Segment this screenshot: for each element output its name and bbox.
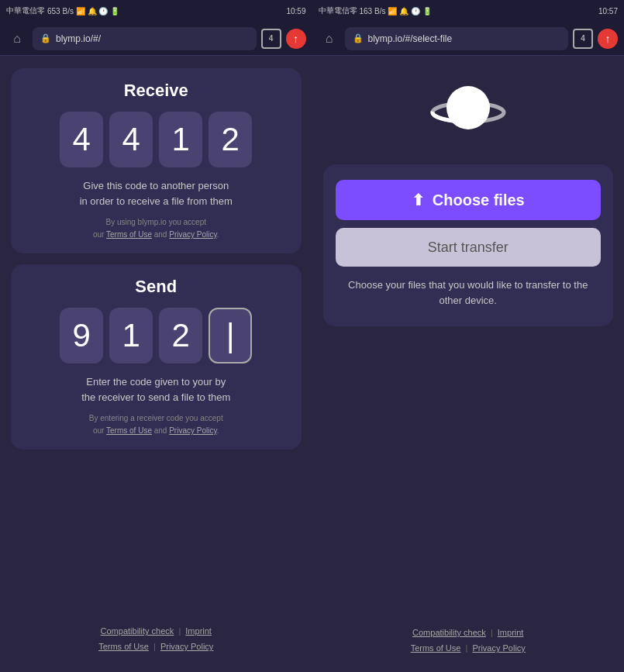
send-terms-link[interactable]: Terms of Use	[106, 426, 152, 435]
left-status-bar: 中華電信零 653 B/s 📶 🔔 🕐 🔋 10:59	[0, 0, 312, 22]
receive-digit-2: 4	[109, 112, 153, 167]
send-title: Send	[135, 277, 177, 297]
receive-terms: By using blymp.io you accept our Terms o…	[93, 216, 219, 241]
right-status-bar: 中華電信零 163 B/s 📶 🔔 🕐 🔋 10:57	[312, 0, 625, 22]
choose-files-label: Choose files	[433, 191, 525, 209]
right-url-bar[interactable]: 🔒 blymp.io/#/select-file	[345, 27, 569, 50]
send-privacy-link[interactable]: Privacy Policy	[169, 426, 217, 435]
right-carrier: 中華電信零	[319, 5, 357, 16]
left-status-left: 中華電信零 653 B/s 📶 🔔 🕐 🔋	[6, 5, 119, 16]
left-url-text: blymp.io/#/	[56, 33, 101, 44]
left-lock-icon: 🔒	[40, 33, 51, 43]
send-digit-4[interactable]: |	[209, 308, 252, 364]
transfer-description: Choose your files that you would like to…	[336, 274, 602, 311]
left-url-bar[interactable]: 🔒 blymp.io/#/	[33, 27, 257, 50]
right-tabs-button[interactable]: 4	[573, 29, 593, 49]
right-status-left: 中華電信零 163 B/s 📶 🔔 🕐 🔋	[319, 5, 432, 16]
right-compatibility-link[interactable]: Compatibility check	[412, 628, 486, 637]
left-home-icon[interactable]: ⌂	[6, 28, 28, 50]
right-url-text: blymp.io/#/select-file	[368, 33, 453, 44]
left-footer: Compatibility check | Imprint Terms of U…	[98, 615, 213, 660]
left-compatibility-link[interactable]: Compatibility check	[101, 626, 174, 636]
right-address-bar: ⌂ 🔒 blymp.io/#/select-file 4 ↑	[312, 22, 625, 56]
right-imprint-link[interactable]: Imprint	[498, 628, 524, 637]
right-icons: 📶 🔔 🕐 🔋	[388, 7, 431, 16]
receive-terms-link[interactable]: Terms of Use	[106, 230, 152, 239]
receive-title: Receive	[124, 81, 188, 101]
receive-privacy-link[interactable]: Privacy Policy	[169, 230, 217, 239]
send-section: Send 9 1 2 | Enter the code given to you…	[11, 264, 302, 450]
right-speed: 163 B/s	[360, 7, 386, 16]
left-privacy-link[interactable]: Privacy Policy	[160, 642, 213, 651]
receive-code-digits: 4 4 1 2	[60, 112, 252, 167]
left-imprint-link[interactable]: Imprint	[185, 626, 212, 636]
send-digit-3: 2	[159, 308, 202, 364]
right-home-icon[interactable]: ⌂	[319, 28, 340, 50]
start-transfer-button[interactable]: Start transfer	[336, 228, 602, 267]
right-privacy-link[interactable]: Privacy Policy	[472, 643, 525, 653]
receive-section: Receive 4 4 1 2 Give this code to anothe…	[11, 68, 302, 253]
right-lock-icon: 🔒	[353, 33, 364, 43]
right-footer: Compatibility check | Imprint Terms of U…	[411, 613, 526, 656]
choose-files-button[interactable]: ⬆ Choose files	[336, 180, 602, 220]
left-icons: 📶 🔔 🕐 🔋	[76, 7, 119, 16]
send-code-digits: 9 1 2 |	[60, 308, 252, 364]
left-time: 10:59	[286, 7, 305, 16]
transfer-card: ⬆ Choose files Start transfer Choose you…	[323, 164, 614, 326]
left-page-content: Receive 4 4 1 2 Give this code to anothe…	[0, 56, 312, 672]
upload-icon: ⬆	[412, 191, 425, 209]
right-refresh-button[interactable]: ↑	[598, 29, 618, 49]
send-terms: By entering a receiver code you accept o…	[89, 412, 223, 437]
left-terms-link[interactable]: Terms of Use	[98, 642, 149, 651]
receive-desc: Give this code to another personin order…	[80, 178, 233, 208]
left-tabs-button[interactable]: 4	[261, 29, 281, 49]
send-desc: Enter the code given to your bythe recei…	[81, 374, 230, 405]
left-speed: 653 B/s	[47, 7, 74, 16]
left-refresh-button[interactable]: ↑	[286, 29, 306, 49]
start-transfer-label: Start transfer	[428, 240, 509, 256]
left-phone: 中華電信零 653 B/s 📶 🔔 🕐 🔋 10:59 ⌂ 🔒 blymp.io…	[0, 0, 312, 672]
right-time: 10:57	[598, 7, 618, 16]
right-terms-link[interactable]: Terms of Use	[411, 643, 461, 653]
receive-digit-4: 2	[209, 112, 252, 167]
left-address-bar: ⌂ 🔒 blymp.io/#/ 4 ↑	[0, 22, 312, 56]
right-phone: 中華電信零 163 B/s 📶 🔔 🕐 🔋 10:57 ⌂ 🔒 blymp.io…	[312, 0, 625, 672]
send-digit-1: 9	[60, 308, 103, 364]
right-page-content: ⬆ Choose files Start transfer Choose you…	[312, 56, 625, 672]
receive-digit-1: 4	[60, 112, 103, 167]
planet-svg	[429, 75, 507, 145]
receive-digit-3: 1	[159, 112, 202, 167]
send-digit-2: 1	[109, 308, 153, 364]
left-carrier: 中華電信零	[6, 5, 45, 16]
planet-icon	[422, 71, 515, 149]
